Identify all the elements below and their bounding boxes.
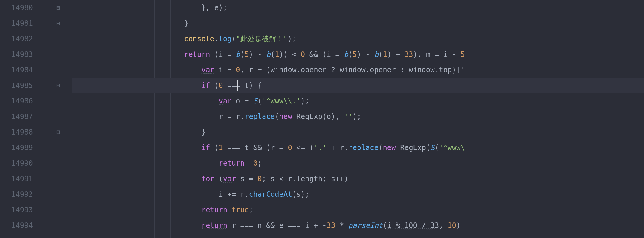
code-token: (: [240, 50, 245, 59]
line-number: 14985: [0, 78, 33, 93]
code-token: 0: [301, 50, 305, 59]
code-token: + r.: [327, 144, 348, 152]
line-number: 14984: [0, 62, 33, 78]
code-token: b: [344, 50, 348, 59]
code-token: var: [219, 97, 231, 105]
code-line[interactable]: console.log("此处是破解！");: [72, 31, 644, 47]
fold-gutter-row: [39, 31, 72, 47]
code-token: ;: [257, 159, 262, 167]
code-editor[interactable]: 1498014981149821498314984149851498614987…: [0, 0, 644, 238]
code-token: i =: [214, 66, 236, 74]
code-token: '.': [314, 144, 326, 152]
code-token: ), m = i -: [413, 50, 461, 59]
fold-gutter-row: ⊟: [39, 16, 72, 31]
code-token: ,: [439, 221, 448, 230]
code-token: (: [214, 175, 223, 183]
code-token: o =: [232, 97, 253, 105]
code-token: replace: [245, 112, 275, 121]
code-token: "此处是破解！": [236, 35, 288, 43]
code-token: );: [352, 112, 361, 121]
code-token: if: [201, 144, 210, 152]
code-token: return: [201, 221, 227, 230]
code-token: 1: [275, 50, 279, 59]
code-token: i += r.: [219, 190, 249, 199]
code-token: new: [383, 144, 396, 152]
code-line[interactable]: for (var s = 0; s < r.length; s++): [72, 171, 644, 187]
code-token: (: [210, 144, 219, 152]
code-token: )) <: [279, 50, 301, 59]
code-line[interactable]: return true;: [72, 202, 644, 218]
fold-toggle-icon[interactable]: ⊟: [56, 4, 60, 11]
code-token: === t && (r =: [223, 144, 288, 152]
line-number: 14994: [0, 218, 33, 233]
code-token: (: [379, 144, 383, 152]
fold-gutter-row: [39, 62, 72, 78]
line-number: 14987: [0, 109, 33, 124]
code-token: 0: [219, 81, 223, 90]
code-token: S: [430, 144, 434, 152]
code-token: 5: [245, 50, 249, 59]
fold-gutter-row: ⊟: [39, 78, 72, 93]
code-token: s =: [236, 175, 257, 183]
line-number: 14989: [0, 140, 33, 155]
code-token: (: [257, 97, 262, 105]
fold-toggle-icon[interactable]: ⊟: [56, 82, 60, 89]
code-token: return: [184, 50, 210, 59]
code-token: 0: [257, 175, 262, 183]
code-token: '^www\: [439, 144, 465, 152]
code-token: !: [245, 159, 253, 167]
code-token: replace: [348, 144, 379, 152]
code-line[interactable]: if (1 === t && (r = 0 <= ('.' + r.replac…: [72, 140, 644, 155]
fold-toggle-icon[interactable]: ⊟: [56, 20, 60, 27]
code-line[interactable]: }: [72, 16, 644, 31]
fold-gutter-row: [39, 218, 72, 233]
line-number: 14986: [0, 93, 33, 109]
fold-gutter-row: [39, 187, 72, 202]
code-token: 0: [236, 66, 240, 74]
code-line[interactable]: r = r.replace(new RegExp(o), '');: [72, 109, 644, 124]
code-token: );: [301, 97, 309, 105]
code-line[interactable]: }: [72, 124, 644, 140]
code-token: i % 100 / 33: [387, 221, 439, 230]
code-token: (: [275, 112, 279, 121]
code-line[interactable]: return !0;: [72, 155, 644, 171]
code-line[interactable]: i += r.charCodeAt(s);: [72, 187, 644, 202]
code-token: return: [219, 159, 245, 167]
code-line[interactable]: return r === n && e === i + -33 * parseI…: [72, 218, 644, 233]
code-token: ) +: [387, 50, 405, 59]
line-number: 14993: [0, 202, 33, 218]
code-token: ;: [249, 206, 253, 214]
code-token: console: [184, 35, 214, 43]
code-token: var: [223, 175, 236, 183]
code-token: }, e);: [201, 4, 227, 12]
code-token: (: [271, 50, 275, 59]
code-token: for: [201, 175, 214, 183]
line-number: 14990: [0, 155, 33, 171]
code-token: (: [210, 81, 219, 90]
code-token: parseInt: [348, 221, 383, 230]
fold-gutter-row: [39, 140, 72, 155]
code-token: '': [344, 112, 352, 121]
code-line[interactable]: }, e);: [72, 0, 644, 16]
code-token: ; s < r.length; s++): [262, 175, 348, 183]
fold-gutter-row: ⊟: [39, 124, 72, 140]
code-token: , r = (window.opener ? window.opener : w…: [240, 66, 465, 74]
code-token: r === n && e === i + -: [227, 221, 326, 230]
code-token: 33: [405, 50, 413, 59]
code-line[interactable]: return (i = b(5) - b(1)) < 0 && (i = b(5…: [72, 47, 644, 62]
code-token: && (i =: [305, 50, 344, 59]
code-token: }: [201, 128, 205, 136]
code-token: .: [214, 35, 219, 43]
fold-toggle-icon[interactable]: ⊟: [56, 129, 60, 135]
code-line[interactable]: var o = S('^www\\.');: [72, 93, 644, 109]
code-area[interactable]: }, e); } console.log("此处是破解！"); return (…: [72, 0, 644, 238]
code-token: true: [232, 206, 249, 214]
fold-column[interactable]: ⊟⊟⊟⊟: [39, 0, 72, 238]
code-token: (i =: [210, 50, 236, 59]
code-token: return: [201, 206, 227, 214]
code-token: (: [379, 50, 383, 59]
code-line[interactable]: var i = 0, r = (window.opener ? window.o…: [72, 62, 644, 78]
code-token: b: [374, 50, 379, 59]
code-line[interactable]: if (0 === t) {: [72, 78, 644, 93]
code-token: ) -: [357, 50, 374, 59]
